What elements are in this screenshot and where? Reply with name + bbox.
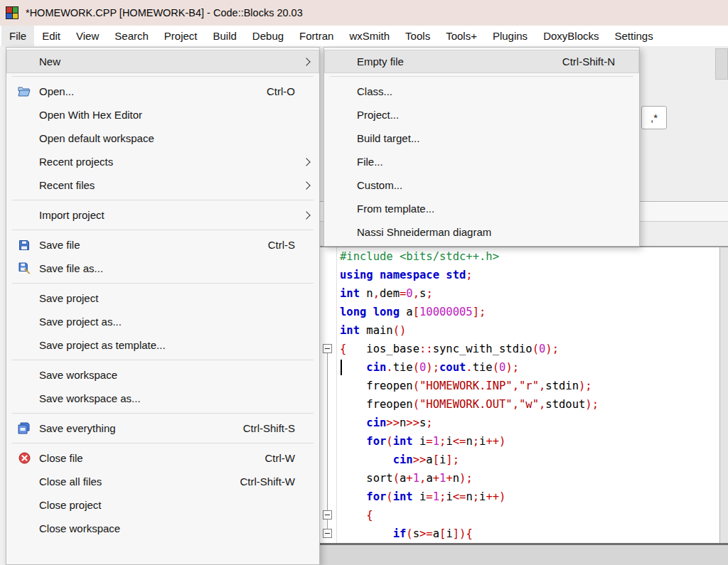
code-line: cin.tie(0);cout.tie(0); — [340, 358, 728, 377]
code-token-id: i — [413, 490, 427, 503]
menubar-item-debug[interactable]: Debug — [245, 26, 291, 46]
menu-item-label: Open With Hex Editor — [35, 109, 295, 121]
file-menu-item-open[interactable]: Open...Ctrl-O — [6, 80, 319, 103]
file-menu-item-recent-files[interactable]: Recent files — [6, 173, 319, 197]
menu-item-label: Project... — [353, 109, 615, 121]
menu-item-label: Close all files — [35, 475, 240, 488]
code-editor[interactable]: #include <bits/stdc++.h>using namespace … — [320, 247, 728, 543]
menu-item-label: Custom... — [353, 179, 615, 191]
file-menu-item-new[interactable]: New — [6, 50, 319, 73]
file-menu-item-close-file[interactable]: Close fileCtrl-W — [6, 446, 319, 470]
code-token-id: i — [439, 453, 446, 466]
menubar-item-tools[interactable]: Tools — [397, 26, 438, 46]
file-menu-item-save-file[interactable]: Save fileCtrl-S — [6, 233, 319, 257]
file-menu-item-close-project[interactable]: Close project — [6, 493, 319, 517]
file-menu-item-close-all-files[interactable]: Close all filesCtrl-Shift-W — [6, 470, 319, 493]
file-menu-item-save-project-as[interactable]: Save project as... — [6, 310, 319, 333]
new-submenu-item-build-target[interactable]: Build target... — [324, 127, 639, 150]
code-token-kw: using namespace std — [340, 269, 466, 281]
code-token-op: ); — [426, 361, 439, 374]
toolbar-filter-combo[interactable]: ,* — [641, 106, 667, 129]
fold-margin-cell — [320, 432, 336, 451]
code-token-id: a — [400, 306, 413, 318]
file-menu-item-close-workspace[interactable]: Close workspace — [6, 517, 319, 540]
file-menu-item-recent-projects[interactable]: Recent projects — [6, 150, 319, 173]
fold-margin-cell — [320, 321, 336, 340]
menubar-item-edit[interactable]: Edit — [34, 26, 68, 46]
file-menu-item-save-file-as[interactable]: Save file as... — [6, 257, 319, 280]
menu-separator — [12, 443, 314, 443]
fold-collapse-icon[interactable] — [323, 510, 332, 520]
menubar-item-plugins[interactable]: Plugins — [485, 26, 535, 46]
fold-margin-cell — [320, 303, 336, 321]
vertical-scrollbar[interactable] — [719, 247, 728, 543]
menubar-item-file[interactable]: File — [1, 26, 34, 46]
new-submenu-item-nassi-shneiderman-diagram[interactable]: Nassi Shneiderman diagram — [324, 220, 639, 244]
menubar-item-settings[interactable]: Settings — [606, 26, 660, 46]
code-token-op: ; — [426, 416, 432, 429]
menu-item-label: Close file — [35, 452, 265, 464]
code-line: sort(a+1,a+1+n); — [340, 469, 728, 488]
menubar-item-project[interactable]: Project — [156, 26, 205, 46]
new-submenu-item-from-template[interactable]: From template... — [324, 197, 639, 220]
new-submenu-item-project[interactable]: Project... — [324, 103, 639, 127]
code-token-id: s — [419, 287, 426, 300]
code-token-str: "HOMEWORK.OUT" — [419, 398, 513, 411]
fold-collapse-icon[interactable] — [323, 529, 332, 538]
file-menu-item-import-project[interactable]: Import project — [6, 203, 319, 227]
new-submenu-item-custom[interactable]: Custom... — [324, 173, 639, 197]
submenu-chevron-icon — [302, 59, 314, 65]
save-all-icon — [14, 422, 35, 434]
fold-collapse-icon[interactable] — [323, 344, 332, 353]
window-title: *HOMEWORK.CPP [HOMEWORK-B4] - Code::Bloc… — [26, 7, 303, 18]
new-submenu-item-empty-file[interactable]: Empty fileCtrl-Shift-N — [324, 50, 639, 73]
menubar-item-fortran[interactable]: Fortran — [291, 26, 341, 46]
code-token-op: = — [426, 490, 432, 503]
code-token-op: ); — [505, 361, 519, 374]
menu-item-label: Nassi Shneiderman diagram — [353, 226, 615, 238]
title-bar[interactable]: *HOMEWORK.CPP [HOMEWORK-B4] - Code::Bloc… — [0, 0, 728, 26]
code-token-op: , — [513, 380, 519, 392]
file-menu-item-save-project-as-template[interactable]: Save project as template... — [6, 333, 319, 357]
new-submenu-item-class[interactable]: Class... — [324, 80, 639, 103]
menubar-item-wxsmith[interactable]: wxSmith — [341, 26, 397, 46]
code-line: freopen("HOMEWORK.INP","r",stdin); — [340, 377, 728, 395]
file-menu-item-open-with-hex-editor[interactable]: Open With Hex Editor — [6, 103, 319, 127]
new-submenu-item-file[interactable]: File... — [324, 150, 639, 173]
menubar-item-view[interactable]: View — [68, 26, 107, 46]
code-token-kw: int — [393, 435, 413, 448]
code-token-op: ( — [393, 472, 400, 485]
code-token-id: n — [466, 490, 472, 503]
menubar-item-tools[interactable]: Tools+ — [438, 26, 485, 46]
menu-separator — [12, 360, 314, 360]
code-token-op: <= — [453, 435, 466, 448]
code-token-id: n — [453, 472, 459, 485]
file-menu-item-open-default-workspace[interactable]: Open default workspace — [6, 127, 319, 150]
fold-margin-cell — [320, 414, 336, 432]
menu-item-label: Empty file — [353, 55, 562, 68]
code-token-op: ++) — [486, 435, 505, 448]
file-menu-item-save-workspace-as[interactable]: Save workspace as... — [6, 387, 319, 410]
file-menu: NewOpen...Ctrl-OOpen With Hex EditorOpen… — [6, 47, 320, 565]
menubar-item-search[interactable]: Search — [107, 26, 156, 46]
code-token-op: ); — [459, 472, 473, 485]
code-token-num: 0 — [419, 361, 426, 374]
file-menu-item-save-everything[interactable]: Save everythingCtrl-Shift-S — [6, 416, 319, 440]
menu-separator — [330, 76, 633, 77]
save-icon — [14, 240, 35, 251]
code-token-id: stdout — [545, 398, 585, 411]
file-menu-item-save-project[interactable]: Save project — [6, 286, 319, 310]
file-menu-item-save-workspace[interactable]: Save workspace — [6, 363, 319, 387]
menu-separator — [12, 76, 314, 77]
menubar-item-doxyblocks[interactable]: DoxyBlocks — [535, 26, 606, 46]
code-token-str: "HOMEWORK.INP" — [419, 380, 513, 392]
code-token-id: dem — [380, 287, 400, 300]
code-lines[interactable]: #include <bits/stdc++.h>using namespace … — [337, 247, 728, 543]
code-line: { — [340, 506, 728, 524]
new-submenu: Empty fileCtrl-Shift-NClass...Project...… — [323, 47, 640, 247]
code-token-num: 1 — [433, 435, 439, 448]
menubar-item-build[interactable]: Build — [205, 26, 245, 46]
menu-item-label: Save file as... — [35, 262, 295, 274]
menu-item-label: Save project — [35, 292, 295, 304]
code-token-id: freopen — [340, 398, 413, 411]
